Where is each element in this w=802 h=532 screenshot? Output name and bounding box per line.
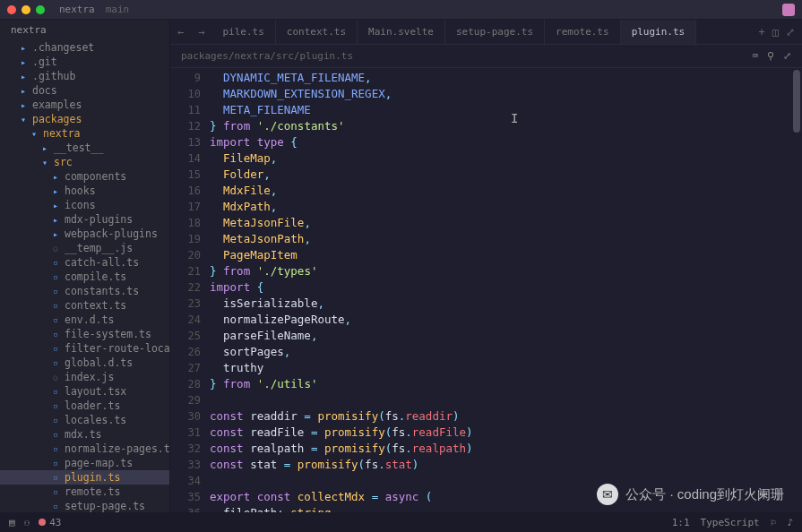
tree-item--git[interactable]: .git: [0, 55, 169, 69]
tab-history-forward[interactable]: →: [191, 26, 211, 39]
language-mode[interactable]: TypeScript: [701, 517, 760, 528]
panel-toggle-icon[interactable]: ▤: [9, 517, 15, 528]
tree-item-packages[interactable]: packages: [0, 112, 169, 126]
file-path[interactable]: packages/nextra/src/plugin.ts: [181, 50, 353, 62]
tree-item-constants-ts[interactable]: constants.ts: [0, 284, 169, 298]
minimize-window-button[interactable]: [22, 5, 30, 14]
tree-item-remote-ts[interactable]: remote.ts: [0, 485, 169, 499]
code-line[interactable]: isSerializable,: [210, 296, 802, 312]
tree-item---test--[interactable]: __test__: [0, 141, 169, 155]
tree-item--github[interactable]: .github: [0, 69, 169, 83]
terminal-icon[interactable]: ⌨: [752, 50, 758, 62]
vertical-scrollbar[interactable]: [793, 70, 800, 133]
git-branch[interactable]: main: [106, 4, 130, 15]
tree-item-env-d-ts[interactable]: env.d.ts: [0, 313, 169, 327]
tree-item-plugin-ts[interactable]: plugin.ts: [0, 470, 169, 485]
code-line[interactable]: import type {: [210, 134, 802, 150]
tree-item-loader-ts[interactable]: loader.ts: [0, 399, 169, 413]
file-icon: [50, 372, 61, 382]
tree-item-src[interactable]: src: [0, 155, 169, 169]
code-line[interactable]: MdxPath,: [210, 199, 802, 215]
maximize-window-button[interactable]: [36, 5, 45, 14]
tree-item-mdx-ts[interactable]: mdx.ts: [0, 427, 169, 442]
line-number: 9: [170, 70, 201, 86]
tree-item-webpack-plugins[interactable]: webpack-plugins: [0, 227, 169, 241]
code-line[interactable]: const readFile = promisify(fs.readFile): [210, 425, 802, 441]
code-content[interactable]: DYNAMIC_META_FILENAME, MARKDOWN_EXTENSIO…: [210, 68, 802, 512]
tree-item-filter-route-loca[interactable]: filter-route-loca: [0, 341, 169, 356]
tree-item-setup-page-ts[interactable]: setup-page.ts: [0, 499, 169, 512]
tab-plugin-ts[interactable]: plugin.ts: [621, 20, 697, 44]
notifications-icon[interactable]: ♪: [787, 517, 793, 528]
code-line[interactable]: Folder,: [210, 167, 802, 183]
tree-item-examples[interactable]: examples: [0, 98, 169, 112]
code-line[interactable]: MetaJsonFile,: [210, 215, 802, 231]
code-line[interactable]: parseFileName,: [210, 328, 802, 344]
feedback-icon[interactable]: ⚐: [771, 517, 777, 528]
tree-item-context-ts[interactable]: context.ts: [0, 298, 169, 313]
error-count[interactable]: 43: [39, 517, 61, 528]
code-line[interactable]: } from './types': [210, 263, 802, 279]
code-line[interactable]: DYNAMIC_META_FILENAME,: [210, 70, 802, 86]
tree-item-components[interactable]: components: [0, 169, 169, 184]
tree-item-compile-ts[interactable]: compile.ts: [0, 270, 169, 284]
tree-item-page-map-ts[interactable]: page-map.ts: [0, 456, 169, 470]
tree-item---temp---js[interactable]: __temp__.js: [0, 241, 169, 255]
code-line[interactable]: const readdir = promisify(fs.readdir): [210, 408, 802, 425]
tree-item-normalize-pages-t[interactable]: normalize-pages.t: [0, 442, 169, 456]
tab-pile-ts[interactable]: pile.ts: [211, 20, 275, 44]
new-tab-button[interactable]: +: [759, 26, 765, 39]
code-line[interactable]: const stat = promisify(fs.stat): [210, 457, 802, 473]
expand-button[interactable]: ⤢: [786, 26, 795, 39]
tree-item-icons[interactable]: icons: [0, 198, 169, 212]
code-line[interactable]: truthy: [210, 360, 802, 376]
tree-item-nextra[interactable]: nextra: [0, 126, 169, 141]
code-line[interactable]: FileMap,: [210, 150, 802, 167]
tree-item-file-system-ts[interactable]: file-system.ts: [0, 327, 169, 341]
expand-icon[interactable]: ⤢: [783, 50, 791, 62]
cursor-position[interactable]: 1:1: [672, 517, 690, 528]
code-line[interactable]: MetaJsonPath,: [210, 231, 802, 247]
folder-icon: [50, 171, 61, 182]
collab-icon[interactable]: ⚇: [24, 517, 30, 528]
tab-history-back[interactable]: ←: [170, 26, 191, 39]
tree-item-hooks[interactable]: hooks: [0, 184, 169, 198]
tree-item-mdx-plugins[interactable]: mdx-plugins: [0, 212, 169, 227]
tab-setup-page-ts[interactable]: setup-page.ts: [445, 20, 545, 44]
line-number: 27: [170, 360, 201, 376]
line-number: 12: [170, 118, 201, 134]
tree-item-catch-all-ts[interactable]: catch-all.ts: [0, 255, 169, 270]
tab-context-ts[interactable]: context.ts: [276, 20, 358, 44]
code-line[interactable]: [210, 392, 802, 408]
tree-item-global-d-ts[interactable]: global.d.ts: [0, 356, 169, 370]
code-line[interactable]: MARKDOWN_EXTENSION_REGEX,: [210, 86, 802, 102]
code-line[interactable]: import {: [210, 279, 802, 296]
tree-item-layout-tsx[interactable]: layout.tsx: [0, 384, 169, 399]
tree-item--changeset[interactable]: .changeset: [0, 40, 169, 55]
app-icon[interactable]: [782, 4, 795, 16]
code-line[interactable]: MdxFile,: [210, 183, 802, 199]
code-line[interactable]: filePath: string,: [210, 505, 802, 512]
line-number: 13: [170, 134, 201, 150]
code-line[interactable]: const realpath = promisify(fs.realpath): [210, 441, 802, 457]
code-editor[interactable]: 9101112131415161718192021222324252627282…: [170, 68, 802, 512]
tree-item-locales-ts[interactable]: locales.ts: [0, 413, 169, 427]
search-icon[interactable]: ⚲: [767, 50, 774, 62]
code-line[interactable]: sortPages,: [210, 344, 802, 360]
file-icon: [50, 343, 61, 354]
project-root[interactable]: nextra: [0, 20, 169, 40]
folder-icon: [39, 157, 50, 167]
tree-item-label: context.ts: [65, 299, 126, 312]
tab-Main-svelte[interactable]: Main.svelte: [358, 20, 445, 44]
code-line[interactable]: } from './utils': [210, 376, 802, 392]
tree-item-label: plugin.ts: [65, 471, 120, 484]
split-editor-button[interactable]: ◫: [772, 26, 779, 39]
code-line[interactable]: } from './constants': [210, 118, 802, 134]
tab-remote-ts[interactable]: remote.ts: [545, 20, 621, 44]
code-line[interactable]: normalizePageRoute,: [210, 312, 802, 328]
code-line[interactable]: PageMapItem: [210, 247, 802, 263]
tree-item-index-js[interactable]: index.js: [0, 370, 169, 384]
tree-item-docs[interactable]: docs: [0, 83, 169, 98]
code-line[interactable]: META_FILENAME: [210, 102, 802, 118]
close-window-button[interactable]: [7, 5, 16, 14]
